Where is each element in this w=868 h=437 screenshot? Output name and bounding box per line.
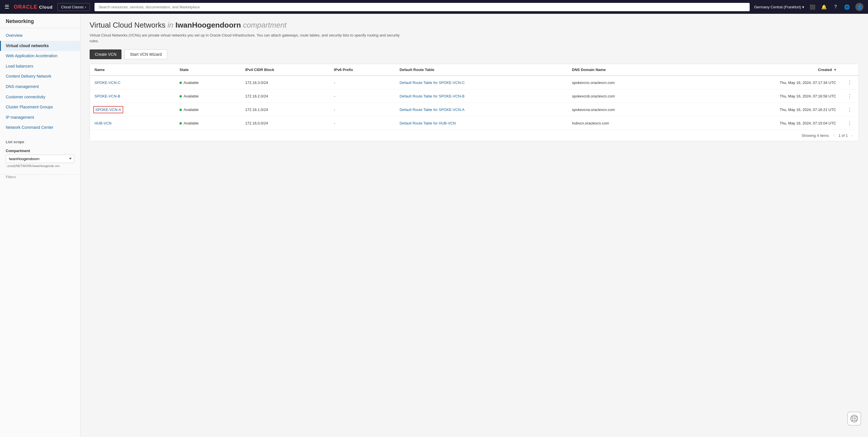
state-label: Available (184, 81, 199, 85)
sidebar-item-network-command-center[interactable]: Network Command Center (0, 122, 80, 133)
table-row: SPOKE-VCN-AAvailable172.16.1.0/24-Defaul… (90, 103, 859, 116)
sidebar-item-cdn[interactable]: Content Delivery Network (0, 71, 80, 82)
next-page-icon[interactable]: › (850, 133, 854, 138)
ipv4-cidr: 172.16.3.0/24 (241, 76, 330, 89)
region-chevron-icon: ▾ (802, 5, 804, 9)
sidebar-item-ip-management[interactable]: IP management (0, 112, 80, 123)
dns-domain-name: spokevcnb.oraclevcn.com (567, 89, 688, 103)
cloud-classic-button[interactable]: Cloud Classic › (57, 3, 90, 11)
oracle-logo: ORACLE Cloud (14, 4, 53, 10)
page-info: 1 of 1 (838, 134, 848, 138)
col-state[interactable]: State (175, 64, 241, 76)
ipv6-prefix: - (330, 76, 395, 89)
svg-point-3 (855, 416, 857, 417)
main-content: Virtual Cloud Networks in IwanHoogendoor… (81, 14, 868, 437)
dev-console-icon[interactable]: ⬛ (809, 4, 816, 10)
vcn-name-link[interactable]: SPOKE-VCN-C (94, 81, 120, 85)
col-actions-header (841, 64, 859, 76)
state-label: Available (184, 121, 199, 125)
table-row: HUB-VCNAvailable172.16.0.0/24-Default Ro… (90, 116, 859, 130)
row-actions-cell: ⋮ (841, 89, 859, 103)
ipv6-prefix: - (330, 89, 395, 103)
dns-domain-name: hubvcn.oraclevcn.com (567, 116, 688, 130)
compartment-scope: Compartment IwanHoogendoorn : (root)/NET… (0, 146, 80, 170)
vcn-name-link[interactable]: HUB-VCN (94, 121, 112, 125)
start-vcn-wizard-button[interactable]: Start VCN Wizard (124, 50, 167, 59)
page-title-italic-compartment: compartment (243, 21, 287, 29)
notifications-icon[interactable]: 🔔 (821, 4, 827, 10)
vcn-name-link[interactable]: SPOKE-VCN-B (94, 94, 120, 98)
sidebar-item-customer-connectivity[interactable]: Customer connectivity (0, 92, 80, 103)
row-actions-menu-icon[interactable]: ⋮ (845, 93, 854, 99)
svg-point-2 (854, 416, 855, 417)
page-description: Virtual Cloud Networks (VCNs) are privat… (90, 32, 406, 44)
svg-point-1 (852, 416, 853, 417)
state-label: Available (184, 108, 199, 112)
route-table-link[interactable]: Default Route Table for SPOKE-VCN-C (400, 81, 465, 85)
avatar[interactable]: 👤 (855, 3, 863, 11)
vcn-table: Name State IPv4 CIDR Block IPv6 Prefix D (90, 64, 859, 130)
col-ipv4[interactable]: IPv4 CIDR Block (241, 64, 330, 76)
pagination: ‹ 1 of 1 › (832, 133, 854, 138)
region-label: Germany Central (Frankfurt) (754, 5, 801, 9)
created-date: Thu, May 16, 2024, 07:15:04 UTC (688, 116, 841, 130)
showing-items: Showing 4 items (801, 134, 829, 138)
hamburger-icon[interactable]: ☰ (5, 4, 9, 10)
sidebar-item-overview[interactable]: Overview (0, 30, 80, 41)
state-label: Available (184, 94, 199, 98)
created-date: Thu, May 16, 2024, 07:17:34 UTC (688, 76, 841, 89)
sidebar-item-web-app-acceleration[interactable]: Web Application Acceleration (0, 51, 80, 61)
vcn-name-link[interactable]: SPOKE-VCN-A (94, 107, 122, 112)
cloud-label: Cloud (39, 5, 53, 9)
vcn-table-container: Name State IPv4 CIDR Block IPv6 Prefix D (90, 64, 859, 141)
ipv4-cidr: 172.16.0.0/24 (241, 116, 330, 130)
sidebar-item-dns-management[interactable]: DNS management (0, 82, 80, 92)
ipv4-cidr: 172.16.1.0/24 (241, 103, 330, 116)
table-footer: Showing 4 items ‹ 1 of 1 › (90, 130, 859, 141)
state-dot-icon (180, 109, 182, 111)
row-actions-menu-icon[interactable]: ⋮ (845, 79, 854, 86)
sidebar-item-virtual-cloud-networks[interactable]: Virtual cloud networks (0, 41, 80, 51)
created-date: Thu, May 16, 2024, 07:16:21 UTC (688, 103, 841, 116)
row-actions-menu-icon[interactable]: ⋮ (845, 106, 854, 113)
state-dot-icon (180, 122, 182, 124)
sidebar: Networking Overview Virtual cloud networ… (0, 14, 81, 437)
ipv6-prefix: - (330, 103, 395, 116)
language-icon[interactable]: 🌐 (844, 4, 850, 10)
col-dns[interactable]: DNS Domain Name (567, 64, 688, 76)
help-button[interactable] (847, 412, 861, 426)
sidebar-item-cluster-placement[interactable]: Cluster Placement Groups (0, 102, 80, 112)
create-vcn-button[interactable]: Create VCN (90, 50, 122, 59)
help-icon[interactable]: ? (832, 4, 839, 10)
page-title: Virtual Cloud Networks in IwanHoogendoor… (90, 21, 859, 30)
table-row: SPOKE-VCN-BAvailable172.16.2.0/24-Defaul… (90, 89, 859, 103)
svg-point-8 (854, 420, 855, 421)
col-ipv6[interactable]: IPv6 Prefix (330, 64, 395, 76)
ipv4-cidr: 172.16.2.0/24 (241, 89, 330, 103)
col-route-table[interactable]: Default Route Table (395, 64, 567, 76)
oracle-wordmark: ORACLE (14, 4, 37, 10)
top-nav: ☰ ORACLE Cloud Cloud Classic › Germany C… (0, 0, 868, 14)
row-actions-menu-icon[interactable]: ⋮ (845, 120, 854, 126)
svg-point-4 (852, 418, 853, 419)
created-date: Thu, May 16, 2024, 07:16:58 UTC (688, 89, 841, 103)
state-dot-icon (180, 82, 182, 84)
dns-domain-name: spokevcna.oraclevcn.com (567, 103, 688, 116)
row-actions-cell: ⋮ (841, 103, 859, 116)
col-created[interactable]: Created ▾ (688, 64, 841, 76)
svg-point-5 (854, 418, 855, 419)
state-dot-icon (180, 95, 182, 97)
route-table-link[interactable]: Default Route Table for SPOKE-VCN-A (400, 108, 464, 112)
sort-arrow-icon: ▾ (834, 67, 836, 72)
page-title-italic-in: in (167, 21, 175, 29)
page-title-compartment-name: IwanHoogendoorn (176, 21, 241, 29)
svg-point-7 (852, 420, 853, 421)
col-name[interactable]: Name (90, 64, 175, 76)
compartment-select[interactable]: IwanHoogendoorn (6, 155, 74, 163)
region-selector[interactable]: Germany Central (Frankfurt) ▾ (754, 5, 804, 9)
search-input[interactable] (94, 3, 750, 11)
prev-page-icon[interactable]: ‹ (832, 133, 836, 138)
sidebar-item-load-balancers[interactable]: Load balancers (0, 61, 80, 71)
route-table-link[interactable]: Default Route Table for HUB-VCN (400, 121, 456, 125)
route-table-link[interactable]: Default Route Table for SPOKE-VCN-B (400, 94, 464, 98)
